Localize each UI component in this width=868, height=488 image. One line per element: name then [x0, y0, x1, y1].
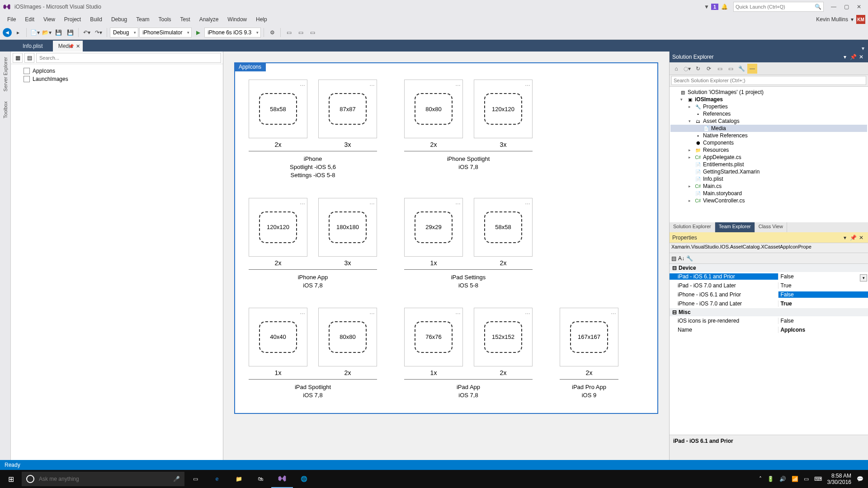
menu-file[interactable]: File: [3, 14, 20, 24]
se-btn-5[interactable]: ▭: [715, 64, 725, 74]
se-dropdown-button[interactable]: ▾: [841, 54, 849, 60]
slot-menu-button[interactable]: …: [455, 199, 461, 206]
redo-button[interactable]: ↷▾: [93, 27, 104, 38]
se-btn-8[interactable]: —: [747, 64, 757, 74]
se-properties-button[interactable]: 🔧: [736, 64, 746, 74]
slot-menu-button[interactable]: …: [369, 309, 375, 315]
action-center-icon[interactable]: 💬: [857, 476, 863, 482]
user-dropdown-icon[interactable]: ▾: [851, 16, 854, 23]
slot-menu-button[interactable]: …: [300, 81, 305, 87]
notes-icon[interactable]: ▭: [804, 476, 809, 482]
prop-row[interactable]: iPhone - iOS 7.0 and LaterTrue: [670, 299, 868, 308]
icon-slot[interactable]: …180x180: [318, 198, 377, 257]
store-icon[interactable]: 🛍: [250, 470, 271, 488]
tab-class-view[interactable]: Class View: [755, 222, 787, 232]
icon-slot[interactable]: …120x120: [249, 198, 307, 257]
battery-icon[interactable]: 🔋: [767, 476, 774, 482]
toolbox-tab[interactable]: Toolbox: [2, 99, 9, 121]
config-dropdown[interactable]: Debug: [110, 28, 138, 38]
slot-menu-button[interactable]: …: [300, 309, 305, 315]
asset-appicons[interactable]: AppIcons: [15, 67, 218, 75]
start-button-win[interactable]: ⊞: [0, 475, 22, 483]
minimize-button[interactable]: —: [827, 4, 840, 10]
icon-slot[interactable]: …167x167: [560, 308, 618, 366]
menu-test[interactable]: Test: [176, 14, 195, 24]
explorer-icon[interactable]: 📁: [228, 470, 250, 488]
tab-solution-explorer[interactable]: Solution Explorer: [670, 222, 715, 232]
tab-info-plist[interactable]: Info.plist: [17, 41, 53, 52]
menu-window[interactable]: Window: [223, 14, 251, 24]
start-button[interactable]: ▶: [193, 27, 203, 38]
edge-icon[interactable]: e: [206, 470, 228, 488]
save-button[interactable]: 💾: [53, 27, 64, 38]
server-explorer-tab[interactable]: Server Explorer: [2, 54, 9, 94]
se-btn-6[interactable]: ▭: [726, 64, 736, 74]
prop-dropdown-button[interactable]: ▾: [841, 235, 849, 241]
menu-build[interactable]: Build: [85, 14, 107, 24]
prop-row[interactable]: iPad - iOS 6.1 and PriorFalse▾: [670, 272, 868, 281]
node-entitlements-plist[interactable]: 📄Entitlements.plist: [670, 161, 867, 168]
prop-row[interactable]: iPad - iOS 7.0 and LaterTrue: [670, 281, 868, 290]
nav-fwd-button[interactable]: ▸: [13, 27, 24, 38]
app-icon[interactable]: 🌐: [293, 470, 315, 488]
node-main-cs[interactable]: ▸C#Main.cs: [670, 183, 867, 190]
menu-edit[interactable]: Edit: [20, 14, 39, 24]
node-properties[interactable]: ▸🔧Properties: [670, 103, 867, 110]
nav-back-button[interactable]: ◄: [3, 28, 12, 37]
slot-menu-button[interactable]: …: [300, 199, 305, 206]
volume-icon[interactable]: 🔊: [779, 476, 786, 482]
menu-team[interactable]: Team: [132, 14, 154, 24]
keyboard-icon[interactable]: ⌨: [814, 476, 822, 482]
wifi-icon[interactable]: 📶: [792, 476, 798, 482]
node-gettingstarted-xamarin[interactable]: 📄GettingStarted.Xamarin: [670, 168, 867, 175]
node-references[interactable]: ▪References: [670, 110, 867, 117]
tool-button-3[interactable]: ▭: [295, 27, 306, 38]
quick-launch[interactable]: 🔍: [733, 2, 824, 12]
clock[interactable]: 8:58 AM 3/30/2016: [827, 473, 851, 486]
cortana-search[interactable]: 🎤: [22, 472, 184, 486]
slot-menu-button[interactable]: …: [455, 309, 461, 315]
device-dropdown[interactable]: iPhone 6s iOS 9.3: [204, 28, 261, 38]
cortana-input[interactable]: [39, 476, 169, 482]
node-info-plist[interactable]: 📄Info.plist: [670, 175, 867, 183]
menu-analyze[interactable]: Analyze: [195, 14, 223, 24]
tool-button-1[interactable]: ⚙: [267, 27, 278, 38]
node-native-references[interactable]: ▪Native References: [670, 132, 867, 139]
node-asset-catalogs[interactable]: ▾🗂Asset Catalogs: [670, 117, 867, 125]
prop-sort-button[interactable]: A↓: [678, 255, 684, 262]
user-name[interactable]: Kevin Mullins: [816, 16, 848, 23]
icon-slot[interactable]: …40x40: [249, 308, 307, 366]
menu-help[interactable]: Help: [251, 14, 272, 24]
checkbox-icon[interactable]: [24, 68, 30, 74]
node-media[interactable]: 📄Media: [670, 125, 867, 132]
icon-slot[interactable]: …29x29: [404, 198, 463, 257]
slot-menu-button[interactable]: …: [369, 199, 375, 206]
prop-value-dropdown[interactable]: ▾: [860, 274, 867, 282]
panel-btn-2[interactable]: ▤: [24, 53, 34, 63]
solution-root[interactable]: ▧Solution 'iOSImages' (1 project): [670, 89, 867, 96]
prop-row[interactable]: iOS icons is pre-renderedFalse: [670, 316, 868, 325]
checkbox-icon[interactable]: [24, 76, 30, 82]
tool-button-4[interactable]: ▭: [307, 27, 318, 38]
platform-dropdown[interactable]: iPhoneSimulator: [139, 28, 192, 38]
save-all-button[interactable]: 💾: [65, 27, 75, 38]
tab-media[interactable]: Media📌✕: [53, 41, 83, 52]
prop-row[interactable]: iPhone - iOS 6.1 and PriorFalse: [670, 290, 868, 299]
open-button[interactable]: 📂▾: [41, 27, 52, 38]
tool-button-2[interactable]: ▭: [283, 27, 294, 38]
slot-menu-button[interactable]: …: [369, 81, 375, 87]
slot-menu-button[interactable]: …: [525, 309, 530, 315]
icon-slot[interactable]: …80x80: [318, 308, 377, 366]
asset-search-input[interactable]: [36, 53, 221, 63]
vs-icon[interactable]: [271, 470, 293, 488]
node-appdelegate-cs[interactable]: ▸C#AppDelegate.cs: [670, 154, 867, 161]
node-components[interactable]: ⬢Components: [670, 139, 867, 146]
task-view-button[interactable]: ▭: [184, 470, 206, 488]
icon-slot[interactable]: …152x152: [474, 308, 533, 366]
prop-pin-button[interactable]: 📌: [849, 235, 857, 241]
new-project-button[interactable]: 📄▾: [29, 27, 40, 38]
se-search-input[interactable]: [671, 76, 866, 85]
slot-menu-button[interactable]: …: [455, 81, 461, 87]
icon-slot[interactable]: …58x58: [249, 80, 307, 138]
node-main-storyboard[interactable]: 📄Main.storyboard: [670, 190, 867, 197]
